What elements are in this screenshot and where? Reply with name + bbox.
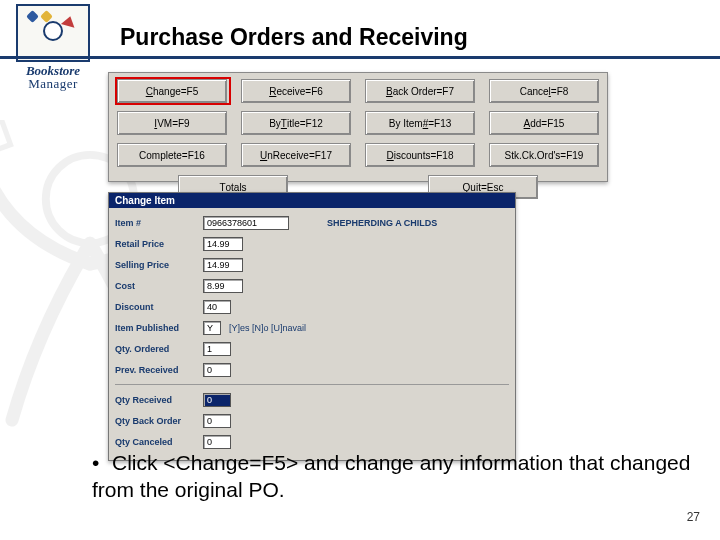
logo: Bookstore Manager	[10, 4, 96, 90]
add-button[interactable]: Add=F15	[489, 111, 599, 135]
qty-ordered-label: Qty. Ordered	[115, 344, 203, 354]
qty-backorder-input[interactable]	[203, 414, 231, 428]
bullet-dot: •	[92, 450, 112, 477]
separator	[115, 384, 509, 385]
complete-button[interactable]: Complete=F16	[117, 143, 227, 167]
item-no-input[interactable]	[203, 216, 289, 230]
change-item-dialog: Change Item Item # SHEPHERDING A CHILDS …	[108, 192, 516, 461]
logo-icon	[16, 4, 90, 62]
discount-label: Discount	[115, 302, 203, 312]
stkck-button[interactable]: Stk.Ck.Ord's=F19	[489, 143, 599, 167]
qty-ordered-input[interactable]	[203, 342, 231, 356]
page-title: Purchase Orders and Receiving	[120, 24, 468, 51]
by-title-button[interactable]: By Title=F12	[241, 111, 351, 135]
qty-received-label: Qty Received	[115, 395, 203, 405]
by-item-button[interactable]: By Item #=F13	[365, 111, 475, 135]
qty-received-input[interactable]	[203, 393, 231, 407]
discounts-button[interactable]: Discounts=F18	[365, 143, 475, 167]
change-button[interactable]: Change=F5	[117, 79, 227, 103]
item-description: SHEPHERDING A CHILDS	[327, 218, 437, 228]
item-no-label: Item #	[115, 218, 203, 228]
svg-rect-1	[0, 120, 11, 158]
page-number: 27	[687, 510, 700, 524]
published-label: Item Published	[115, 323, 203, 333]
published-input[interactable]	[203, 321, 221, 335]
qty-canceled-label: Qty Canceled	[115, 437, 203, 447]
prev-received-label: Prev. Received	[115, 365, 203, 375]
qty-backorder-label: Qty Back Order	[115, 416, 203, 426]
qty-canceled-input[interactable]	[203, 435, 231, 449]
instruction-text: Click <Change=F5> and change any informa…	[92, 451, 690, 501]
receive-button[interactable]: Receive=F6	[241, 79, 351, 103]
action-button-panel: Change=F5 Receive=F6 Back Order=F7 Cance…	[108, 72, 608, 182]
dialog-title: Change Item	[109, 193, 515, 208]
unreceive-button[interactable]: UnReceive=F17	[241, 143, 351, 167]
ivm-button[interactable]: IVM=F9	[117, 111, 227, 135]
retail-input[interactable]	[203, 237, 243, 251]
instruction-bullet: •Click <Change=F5> and change any inform…	[92, 450, 692, 504]
cost-input[interactable]	[203, 279, 243, 293]
back-order-button[interactable]: Back Order=F7	[365, 79, 475, 103]
logo-text-2: Manager	[10, 77, 96, 90]
cancel-button[interactable]: Cancel=F8	[489, 79, 599, 103]
title-rule	[0, 56, 720, 59]
discount-input[interactable]	[203, 300, 231, 314]
prev-received-input[interactable]	[203, 363, 231, 377]
selling-input[interactable]	[203, 258, 243, 272]
retail-label: Retail Price	[115, 239, 203, 249]
cost-label: Cost	[115, 281, 203, 291]
selling-label: Selling Price	[115, 260, 203, 270]
published-hint: [Y]es [N]o [U]navail	[229, 323, 306, 333]
